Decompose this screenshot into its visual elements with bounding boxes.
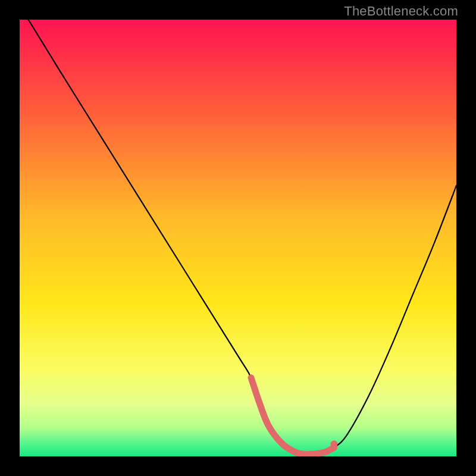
watermark-text: TheBottleneck.com [344,4,458,19]
svg-point-1 [330,440,337,447]
bottleneck-curve [20,20,456,456]
plot-area [20,20,456,456]
chart-frame: TheBottleneck.com [0,0,476,476]
